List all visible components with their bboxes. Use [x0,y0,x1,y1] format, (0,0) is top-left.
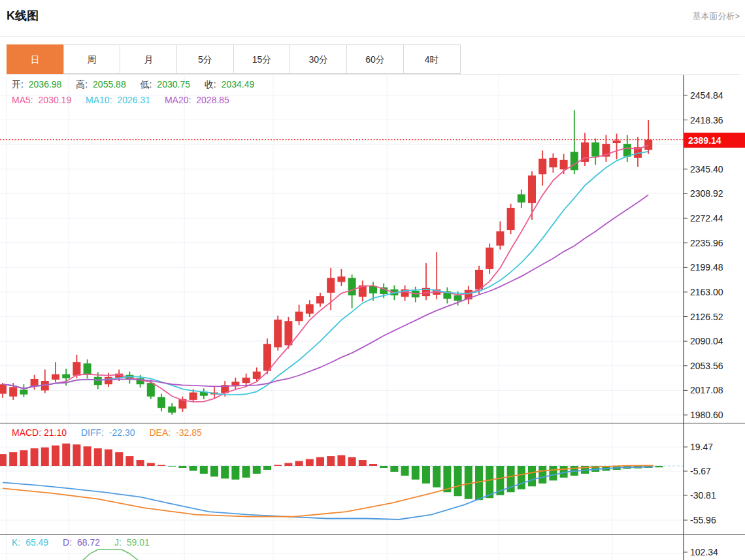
ohlc-row: 开: 2036.98 高: 2055.88 低: 2030.75 收: 2034… [12,79,257,91]
tab-day[interactable]: 日 [7,44,64,74]
page-title: K线图 [7,8,39,24]
open-label: 开: [12,79,24,90]
fundamental-analysis-link[interactable]: 基本面分析> [692,10,740,22]
d-label: D: [63,537,72,548]
price-axis-label: 2126.52 [690,312,723,322]
ma20-value: 2028.85 [196,95,229,105]
k-label: K: [12,537,20,548]
open-value: 2036.98 [29,79,62,90]
macd-row: MACD: 21.10 DIFF: -22.30 DEA: -32.85 [12,427,205,438]
j-value: 59.01 [127,537,150,548]
diff-label: DIFF: [81,427,104,438]
kdj-axis-label: 102.34 [690,547,718,557]
dea-label: DEA: [149,427,171,438]
header-divider [0,36,745,37]
tab-30min[interactable]: 30分 [290,44,347,74]
price-axis-label: 1980.60 [690,410,723,420]
tab-15min[interactable]: 15分 [233,44,291,74]
ma5-label: MA5: [12,95,33,105]
macd-axis-label: -5.67 [690,466,711,476]
price-axis-label: 2272.44 [690,213,723,223]
price-axis-label: 2090.04 [690,336,723,346]
k-value: 65.49 [25,537,48,548]
price-axis-label: 2454.84 [690,90,723,101]
price-axis-label: 2308.92 [690,188,723,199]
price-axis-label: 2017.08 [690,385,723,395]
j-label: J: [114,537,122,548]
d-value: 68.72 [77,537,100,548]
ma-row: MA5: 2030.19 MA10: 2026.31 MA20: 2028.85 [12,95,232,105]
kline-chart-area[interactable]: 2454.842418.362381.882345.402308.922272.… [0,75,745,560]
high-label: 高: [76,79,88,90]
tab-week[interactable]: 周 [63,44,121,74]
kdj-row: K: 65.49 D: 68.72 J: 59.01 [12,537,152,548]
macd-axis-label: 19.47 [690,442,713,452]
macd-axis-label: -30.81 [690,490,716,501]
dea-value: -32.85 [176,427,202,438]
low-label: 低: [141,79,152,90]
close-value: 2034.49 [222,79,255,90]
price-axis-label: 2199.48 [690,262,723,272]
ma-line [3,146,648,402]
ma-line [3,152,648,395]
tab-4hour[interactable]: 4时 [403,44,461,74]
price-axis-label: 2235.96 [690,238,723,248]
price-axis-label: 2053.56 [690,361,723,371]
macd-axis-label: -55.96 [690,515,716,525]
close-label: 收: [205,79,216,90]
ma10-label: MA10: [86,95,112,105]
price-axis-label: 2345.40 [690,164,723,174]
tab-5min[interactable]: 5分 [176,44,234,74]
candles [0,110,652,415]
price-axis-label: 2163.00 [690,287,723,297]
high-value: 2055.88 [93,79,126,90]
ma5-value: 2030.19 [39,95,72,105]
tab-60min[interactable]: 60分 [346,44,404,74]
macd-value: 21.10 [44,427,67,438]
macd-label: MACD: [12,427,41,438]
ma20-label: MA20: [165,95,191,105]
tab-month[interactable]: 月 [120,44,177,74]
period-tab-bar: 日周月5分15分30分60分4时 [7,44,740,75]
ma10-value: 2026.31 [117,95,150,105]
kdj-j-line [82,550,139,560]
diff-line [3,467,654,520]
diff-value: -22.30 [109,427,135,438]
low-value: 2030.75 [157,79,190,90]
price-axis-label: 2418.36 [690,115,723,125]
current-price-tag-text: 2389.14 [688,135,721,146]
